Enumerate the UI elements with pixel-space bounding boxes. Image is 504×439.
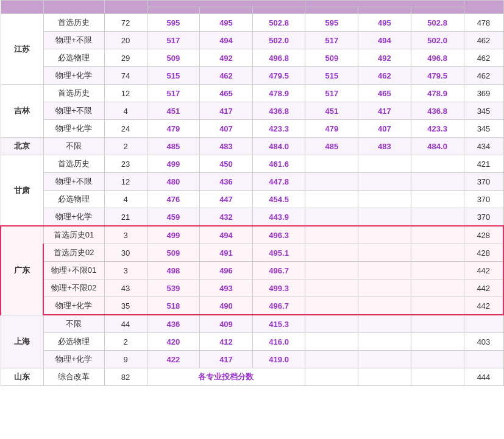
plan-cell: 20: [104, 32, 147, 49]
batch-cell: 428: [464, 244, 503, 262]
r1-min-cell: 412: [200, 333, 253, 351]
table-row: 物理+化学24479407423.3479407423.3345: [1, 120, 503, 138]
lq-avg-cell: 479.5: [411, 67, 464, 85]
lq-min-cell: 492: [358, 49, 411, 67]
r1-min-cell: 495: [200, 14, 253, 32]
lq-avg-cell: 496.8: [411, 49, 464, 67]
plan-cell: 82: [104, 368, 147, 386]
lq-max-cell: 451: [305, 102, 358, 120]
header-lq-min: [358, 7, 411, 14]
batch-cell: 428: [464, 226, 503, 244]
header-row-1: [1, 1, 503, 7]
batch-cell: 370: [464, 191, 503, 208]
table-row: 首选历史0230509491495.1428: [1, 244, 503, 262]
category-cell: 物理+化学: [43, 120, 104, 138]
r1-avg-cell: 461.6: [252, 155, 305, 173]
r1-max-cell: 509: [147, 49, 200, 67]
header-province: [1, 1, 43, 14]
r1-min-cell: 417: [200, 102, 253, 120]
table-row: 物理+化学74515462479.5515462479.5462: [1, 67, 503, 85]
r1-max-cell: 436: [147, 315, 200, 333]
lq-max-cell: [305, 191, 358, 208]
batch-cell: 370: [464, 208, 503, 227]
province-cell: 山东: [1, 368, 43, 386]
r1-min-cell: 494: [200, 226, 253, 244]
category-cell: 物理+不限01: [43, 262, 104, 279]
r1-avg-cell: 479.5: [252, 67, 305, 85]
r1-max-cell: 595: [147, 14, 200, 32]
lq-min-cell: [358, 155, 411, 173]
r1-avg-cell: 499.3: [252, 279, 305, 297]
lq-max-cell: [305, 297, 358, 315]
lq-max-cell: 509: [305, 49, 358, 67]
r1-max-cell: 498: [147, 262, 200, 279]
table-row: 物理+化学35518490496.7442: [1, 297, 503, 315]
lq-max-cell: [305, 351, 358, 368]
province-cell: 北京: [1, 138, 43, 155]
header-first-round: [147, 1, 305, 7]
lq-max-cell: [305, 208, 358, 227]
lq-min-cell: 462: [358, 67, 411, 85]
lq-min-cell: [358, 191, 411, 208]
lq-avg-cell: 484.0: [411, 138, 464, 155]
table-row: 物理+不限4451417436.8451417436.8345: [1, 102, 503, 120]
category-cell: 物理+化学: [43, 67, 104, 85]
r1-avg-cell: 454.5: [252, 191, 305, 208]
r1-max-cell: 499: [147, 155, 200, 173]
category-cell: 物理+不限02: [43, 279, 104, 297]
plan-cell: 43: [104, 279, 147, 297]
r1-max-cell: 485: [147, 138, 200, 155]
category-cell: 首选历史: [43, 85, 104, 102]
table-row: 必选物理29509492496.8509492496.8462: [1, 49, 503, 67]
lq-avg-cell: [411, 368, 464, 386]
plan-cell: 35: [104, 297, 147, 315]
r1-avg-cell: 502.8: [252, 14, 305, 32]
lq-avg-cell: 502.0: [411, 32, 464, 49]
r1-avg-cell: 423.3: [252, 120, 305, 138]
lq-min-cell: 483: [358, 138, 411, 155]
lq-avg-cell: [411, 208, 464, 227]
table-row: 吉林首选历史12517465478.9517465478.9369: [1, 85, 503, 102]
lq-min-cell: 465: [358, 85, 411, 102]
lq-avg-cell: [411, 155, 464, 173]
lq-max-cell: [305, 368, 358, 386]
r1-max-cell: 517: [147, 85, 200, 102]
r1-min-cell: 496: [200, 262, 253, 279]
batch-cell: 462: [464, 67, 503, 85]
r1-avg-cell: 496.3: [252, 226, 305, 244]
plan-cell: 23: [104, 155, 147, 173]
r1-avg-cell: 478.9: [252, 85, 305, 102]
plan-cell: 24: [104, 120, 147, 138]
lq-min-cell: [358, 351, 411, 368]
r1-min-cell: 491: [200, 244, 253, 262]
lq-avg-cell: [411, 262, 464, 279]
r1-min-cell: 447: [200, 191, 253, 208]
r1-score-span: 各专业投档分数: [147, 368, 305, 386]
header-plan: [104, 1, 147, 14]
r1-avg-cell: 416.0: [252, 333, 305, 351]
lq-avg-cell: [411, 351, 464, 368]
r1-avg-cell: 502.0: [252, 32, 305, 49]
lq-min-cell: 495: [358, 14, 411, 32]
lq-max-cell: [305, 333, 358, 351]
table-row: 北京不限2485483484.0485483484.0434: [1, 138, 503, 155]
lq-avg-cell: [411, 226, 464, 244]
r1-min-cell: 409: [200, 315, 253, 333]
batch-cell: 442: [464, 297, 503, 315]
category-cell: 必选物理: [43, 191, 104, 208]
lq-min-cell: [358, 368, 411, 386]
batch-cell: [464, 315, 503, 333]
lq-max-cell: [305, 173, 358, 191]
lq-min-cell: [358, 279, 411, 297]
province-cell: 广东: [1, 226, 43, 315]
lq-max-cell: [305, 262, 358, 279]
plan-cell: 12: [104, 85, 147, 102]
province-cell: 上海: [1, 315, 43, 368]
lq-min-cell: 417: [358, 102, 411, 120]
category-cell: 物理+化学: [43, 208, 104, 227]
table-row: 广东首选历史013499494496.3428: [1, 226, 503, 244]
header-batch: [464, 1, 503, 14]
r1-avg-cell: 419.0: [252, 351, 305, 368]
lq-min-cell: [358, 297, 411, 315]
main-container: 江苏首选历史72595495502.8595495502.8478物理+不限20…: [0, 0, 504, 386]
